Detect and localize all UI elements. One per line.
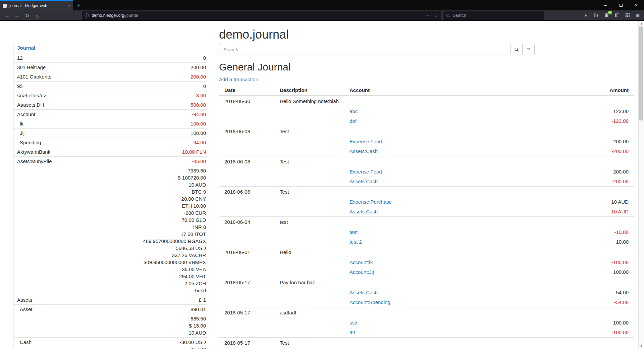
scrollbar-thumb[interactable] — [639, 27, 643, 120]
bookmark-star-icon[interactable]: ☆ — [434, 13, 438, 18]
posting-account-link[interactable]: Account:lk — [350, 259, 373, 265]
sidebar-account-balance: -94.00 — [85, 138, 207, 147]
posting-row: test-10.00 — [219, 227, 634, 237]
back-icon[interactable]: ← — [2, 13, 12, 18]
navigation-toolbar: ← → ↻ ⌂ ⓘ demo.hledger.org/journal ⋯ ☆ S… — [0, 10, 644, 21]
posting-account-link[interactable]: Assets:Cash — [350, 148, 378, 154]
sidebar-account-row: Cash-30.00 USD-117.00 — [14, 338, 208, 349]
sidebar-account-link[interactable]: 95 — [17, 83, 23, 89]
sidebar-account-balance: -3.00 — [85, 91, 207, 100]
posting-amount: 200.00 — [533, 137, 634, 146]
add-transaction-link[interactable]: Add a transaction — [219, 76, 258, 83]
posting-account-link[interactable]: def — [350, 118, 357, 124]
forward-icon[interactable]: → — [12, 13, 22, 18]
url-path: /journal — [124, 13, 138, 18]
reload-icon[interactable]: ↻ — [22, 13, 32, 18]
posting-account-link[interactable]: Expense:Purchase — [350, 199, 392, 205]
search-button[interactable] — [511, 44, 523, 55]
extension-badge: 0 — [608, 11, 612, 14]
library-icon[interactable] — [593, 13, 599, 18]
search-help-button[interactable]: ? — [523, 44, 535, 55]
posting-account-link[interactable]: Assets:Cash — [350, 179, 378, 184]
posting-account-link[interactable]: ssdf — [350, 320, 359, 326]
home-icon[interactable]: ⌂ — [32, 13, 42, 18]
sidebar-account-link[interactable]: Aktywa:mBank — [17, 149, 50, 155]
posting-amount: -100.00 — [533, 328, 634, 338]
sidebar-toggle-icon[interactable] — [614, 13, 620, 18]
main-content: demo.journal ? General Journal Add a tra… — [219, 21, 644, 349]
ghostery-extension-icon[interactable]: 0 — [604, 13, 609, 18]
sidebar-account-row: 301 Beiträge200.00 — [14, 63, 208, 72]
posting-account-link[interactable]: test 2 — [350, 239, 362, 245]
window-controls: – × — [598, 0, 644, 10]
window-maximize-button[interactable] — [613, 0, 629, 10]
sidebar-account-balance: 200.00 — [85, 63, 207, 72]
tab-favicon-icon — [3, 4, 7, 8]
download-icon[interactable] — [583, 13, 589, 18]
transaction-row: 2018-05-17Test — [219, 338, 634, 348]
menu-icon[interactable]: ≡ — [635, 12, 641, 18]
posting-amount: -54.00 — [533, 297, 634, 307]
scroll-down-icon[interactable]: ▼ — [639, 343, 644, 349]
posting-row: Assets:Cash-10 AUD — [219, 207, 634, 217]
posting-account-link[interactable]: Account:Jij — [350, 269, 374, 275]
accounts-sidebar: Journal 120301 Beiträge200.004101 Giroko… — [0, 21, 219, 349]
transaction-row: 2018-06-30Hello Something note:blah — [219, 96, 634, 106]
sidebar-account-link[interactable]: 4101 Girokonto — [17, 74, 52, 80]
search-input[interactable] — [219, 44, 511, 55]
sidebar-account-link[interactable]: Aaasets:DH — [17, 102, 44, 108]
posting-account-link[interactable]: Assets:Cash — [350, 209, 378, 214]
new-tab-button[interactable]: + — [73, 0, 85, 10]
header-account: Account — [344, 85, 533, 96]
posting-account-link[interactable]: test — [350, 229, 358, 235]
window-close-button[interactable]: × — [629, 0, 644, 10]
posting-account-link[interactable]: abc — [350, 108, 358, 114]
posting-account-link[interactable]: Assets:Cash — [350, 290, 378, 295]
posting-row: Assets:Cash54.00 — [219, 288, 634, 297]
url-domain: demo.hledger.org — [92, 13, 124, 18]
sidebar-account-link[interactable]: Spending — [20, 140, 41, 145]
sidebar-account-link[interactable]: Cash — [20, 339, 32, 345]
scroll-up-icon[interactable]: ▲ — [639, 21, 644, 26]
header-amount: Amount — [533, 85, 634, 96]
posting-account-link[interactable]: Expense:Food — [350, 169, 382, 174]
url-bar[interactable]: ⓘ demo.hledger.org/journal ⋯ ☆ — [82, 11, 441, 20]
journal-link[interactable]: Journal — [17, 45, 35, 51]
page-scrollbar[interactable]: ▲ ▼ — [638, 21, 644, 349]
sidebar-account-row: 7989.60$-100720.00-10 AUDBTC 9-20.00 CNY… — [14, 166, 208, 295]
sidebar-account-link[interactable]: 12 — [17, 55, 23, 61]
sidebar-account-link[interactable]: lk — [20, 121, 23, 127]
sidebar-account-link[interactable]: <u>hello</u> — [17, 93, 47, 98]
sidebar-account-balance: -94.00 — [85, 110, 207, 119]
posting-account-link[interactable]: Expense:Food — [350, 139, 382, 144]
posting-account-link[interactable]: tttt — [350, 330, 355, 335]
posting-amount: 10 AUD — [533, 197, 634, 207]
sidebar-table-body: 120301 Beiträge200.004101 Girokonto-200.… — [14, 53, 208, 349]
transaction-description: Hello — [274, 247, 344, 258]
sidebar-account-row: Spending-94.00 — [14, 138, 208, 147]
browser-tab[interactable]: journal - hledger-web × — [0, 0, 73, 10]
sidebar-account-link[interactable]: Assets — [17, 297, 32, 303]
site-info-icon[interactable]: ⓘ — [85, 13, 89, 18]
posting-row: Expense:Food200.00 — [219, 167, 634, 177]
tab-close-icon[interactable]: × — [68, 3, 70, 8]
sidebar-account-row: Asets:MunyPile-45.00 — [14, 157, 208, 166]
sidebar-account-link[interactable]: Account — [17, 111, 35, 117]
posting-account-link[interactable]: Account:Spending — [350, 299, 390, 305]
journal-register-table: Date Description Account Amount 2018-06-… — [219, 85, 634, 348]
page-actions-icon[interactable]: ⋯ — [425, 13, 430, 18]
sidebar-header-row: Journal — [14, 43, 208, 53]
posting-row: Expense:Food200.00 — [219, 137, 634, 146]
sidebar-account-link[interactable]: Asset — [20, 306, 33, 312]
transaction-date: 2018-06-08 — [219, 156, 274, 167]
browser-search-field[interactable]: Search — [443, 11, 544, 20]
transaction-date: 2018-05-17 — [219, 277, 274, 288]
sidebar-account-row: 120 — [14, 53, 208, 63]
sidebar-account-link[interactable]: Asets:MunyPile — [17, 158, 52, 164]
tab-bar: journal - hledger-web × + – × — [0, 0, 644, 10]
window-minimize-button[interactable]: – — [598, 0, 613, 10]
sidebar-account-link[interactable]: 301 Beiträge — [17, 64, 46, 70]
sidebar-account-balance: -10.00 PLN — [85, 147, 207, 157]
sidebar-account-link[interactable]: Jij — [20, 130, 24, 136]
grid-icon[interactable] — [625, 13, 630, 18]
